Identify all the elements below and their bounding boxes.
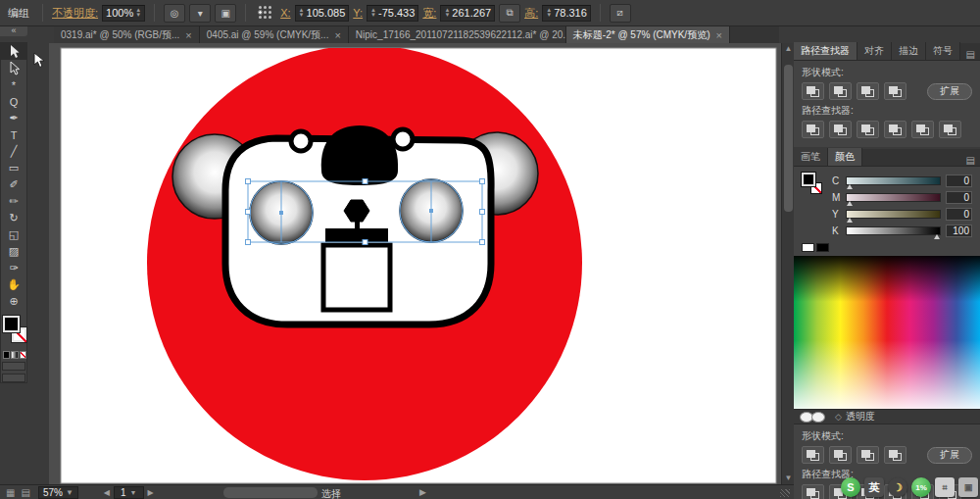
slider-thumb-icon[interactable] xyxy=(934,234,940,239)
x-label[interactable]: X: xyxy=(280,7,290,19)
crop-button[interactable] xyxy=(884,121,906,138)
intersect-button[interactable] xyxy=(857,446,879,464)
divide-button[interactable] xyxy=(802,121,824,138)
direct-selection-tool[interactable] xyxy=(1,60,26,76)
link-dimensions-icon[interactable]: ⧉ xyxy=(499,4,520,23)
style-dropdown-icon[interactable]: ▾ xyxy=(189,4,211,23)
black-value[interactable]: 100 xyxy=(946,225,972,237)
fill-proxy[interactable] xyxy=(802,173,815,186)
scroll-right-icon[interactable]: ▶ xyxy=(419,487,426,497)
minus-back-button[interactable] xyxy=(939,121,961,138)
tab-symbols[interactable]: 符号 xyxy=(926,42,960,60)
prev-artboard-icon[interactable]: ◀ xyxy=(104,488,110,497)
spinner-icon[interactable]: ▲▼ xyxy=(546,8,552,18)
hand-tool[interactable]: ✋ xyxy=(1,276,26,293)
expand-button[interactable]: 扩展 xyxy=(927,83,972,100)
close-icon[interactable]: × xyxy=(715,29,721,41)
pen-tool[interactable]: ✒ xyxy=(1,110,26,126)
height-label[interactable]: 高: xyxy=(524,6,538,21)
paintbrush-tool[interactable]: ✐ xyxy=(1,176,26,193)
x-input[interactable]: ▲▼ 105.085 xyxy=(295,5,350,22)
opacity-label[interactable]: 不透明度: xyxy=(52,6,98,21)
yellow-slider[interactable] xyxy=(846,210,941,219)
scale-tool[interactable]: ◱ xyxy=(1,226,26,243)
sogou-icon[interactable]: S xyxy=(841,477,860,497)
cyan-value[interactable]: 0 xyxy=(946,175,972,187)
gradient-button[interactable] xyxy=(11,351,18,359)
pencil-tool[interactable]: ✏ xyxy=(1,193,26,210)
black-swatch[interactable] xyxy=(816,243,829,252)
close-icon[interactable]: × xyxy=(334,29,340,41)
exclude-button[interactable] xyxy=(884,446,906,464)
width-label[interactable]: 宽: xyxy=(422,6,436,21)
width-input[interactable]: ▲▼ 261.267 xyxy=(440,5,495,22)
y-input[interactable]: ▲▼ -75.433 xyxy=(367,5,418,22)
canvas-area[interactable] xyxy=(49,43,781,484)
rectangle-tool[interactable]: ▭ xyxy=(1,160,26,176)
unite-button[interactable] xyxy=(802,82,824,100)
magenta-value[interactable]: 0 xyxy=(946,191,972,204)
rotate-tool[interactable]: ↻ xyxy=(1,210,26,226)
lasso-tool[interactable]: Q xyxy=(1,93,26,110)
recolor-icon[interactable]: ▣ xyxy=(215,4,236,23)
magenta-slider[interactable] xyxy=(846,193,941,202)
spinner-icon[interactable]: ▲▼ xyxy=(299,8,305,18)
toolbox-icon[interactable]: ▣ xyxy=(958,477,978,497)
document-tab-3[interactable]: Nipic_17166_20110721182539622112.ai* @ 2… xyxy=(349,26,566,43)
transparency-panel-header[interactable]: ◇ 透明度 xyxy=(794,409,980,424)
layers-mini-icon[interactable]: ▦ xyxy=(6,487,15,498)
zoom-tool[interactable]: ⊕ xyxy=(1,293,26,310)
color-button[interactable] xyxy=(3,351,10,359)
trim-button[interactable] xyxy=(829,121,852,138)
magic-wand-tool[interactable]: * xyxy=(1,76,26,93)
tab-align[interactable]: 对齐 xyxy=(858,42,892,60)
fill-swatch[interactable] xyxy=(3,316,20,332)
line-segment-tool[interactable]: ╱ xyxy=(1,143,26,160)
selection-tool[interactable] xyxy=(1,43,26,60)
merge-button[interactable] xyxy=(857,121,879,138)
small-circle-left[interactable] xyxy=(291,131,311,151)
y-label[interactable]: Y: xyxy=(353,7,363,19)
next-artboard-icon[interactable]: ▶ xyxy=(148,488,154,497)
horizontal-scroll-thumb[interactable] xyxy=(223,487,318,498)
unite-button[interactable] xyxy=(802,446,824,464)
document-tab-4-active[interactable]: 未标题-2* @ 57% (CMYK/预览) × xyxy=(566,26,730,43)
moon-icon[interactable]: ☽ xyxy=(888,477,907,497)
type-tool[interactable]: T xyxy=(1,126,26,143)
zoom-dropdown[interactable]: 57% ▼ xyxy=(38,486,78,499)
document-tab-1[interactable]: 0319.ai* @ 50% (RGB/预... × xyxy=(54,26,200,43)
tab-stroke[interactable]: 描边 xyxy=(892,42,926,60)
spinner-icon[interactable]: ▲▼ xyxy=(370,8,376,18)
reference-point-icon[interactable] xyxy=(259,6,272,20)
spinner-icon[interactable]: ▲▼ xyxy=(135,8,141,18)
gradient-tool[interactable]: ▨ xyxy=(1,243,26,260)
white-swatch[interactable] xyxy=(802,243,814,252)
style-icon[interactable]: ◎ xyxy=(164,4,185,23)
document-tab-2[interactable]: 0405.ai @ 59% (CMYK/预... × xyxy=(200,26,349,43)
yellow-value[interactable]: 0 xyxy=(946,208,972,221)
pages-mini-icon[interactable]: ▤ xyxy=(21,487,29,498)
panel-menu-icon[interactable]: ▤ xyxy=(961,155,980,166)
resize-grip[interactable] xyxy=(780,489,790,497)
toolbar-collapse-button[interactable]: « xyxy=(0,26,27,36)
slider-thumb-icon[interactable] xyxy=(847,218,853,223)
color-spectrum[interactable] xyxy=(794,256,980,409)
opacity-input[interactable]: 100% ▲▼ xyxy=(102,5,145,22)
height-input[interactable]: ▲▼ 78.316 xyxy=(542,5,591,22)
meter-icon[interactable]: 1% xyxy=(911,477,931,497)
vertical-scroll-thumb[interactable] xyxy=(784,65,793,212)
tab-pathfinder[interactable]: 路径查找器 xyxy=(794,42,858,60)
mouth-box[interactable] xyxy=(323,245,390,310)
black-slider[interactable] xyxy=(846,226,941,235)
expand-button-2[interactable]: 扩展 xyxy=(927,447,972,464)
draw-mode-button[interactable] xyxy=(2,362,25,371)
small-circle-right[interactable] xyxy=(393,129,413,149)
shear-icon[interactable]: ⧄ xyxy=(610,4,631,23)
slider-thumb-icon[interactable] xyxy=(847,184,853,189)
divide-button[interactable] xyxy=(802,484,824,499)
eyedropper-tool[interactable]: ✑ xyxy=(1,260,26,276)
none-button[interactable] xyxy=(20,351,26,359)
vertical-scrollbar[interactable]: ▲ ▼ xyxy=(781,43,794,484)
intersect-button[interactable] xyxy=(857,82,879,100)
outline-button[interactable] xyxy=(911,121,934,138)
